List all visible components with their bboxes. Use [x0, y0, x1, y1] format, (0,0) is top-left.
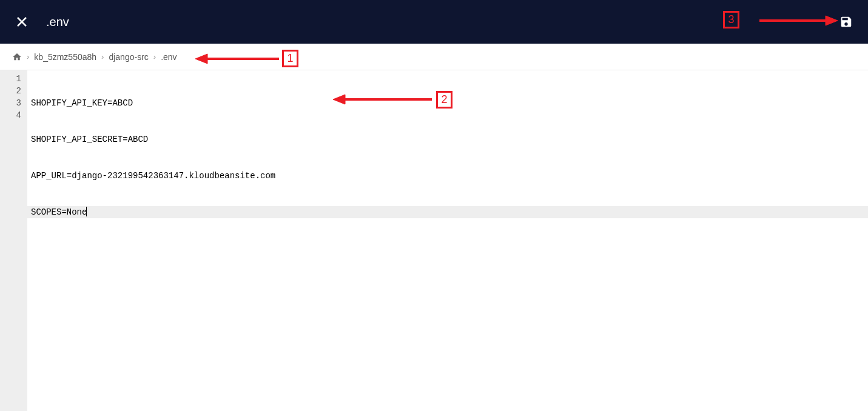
code-editor[interactable]: 1 2 3 4 SHOPIFY_API_KEY=ABCD SHOPIFY_API… — [0, 70, 868, 411]
breadcrumb-item-2[interactable]: .env — [161, 52, 177, 62]
home-icon — [12, 52, 22, 62]
close-button[interactable] — [15, 15, 29, 29]
breadcrumb-item-1[interactable]: django-src — [109, 52, 148, 62]
line-number: 4 — [0, 109, 27, 121]
line-number: 1 — [0, 73, 27, 85]
breadcrumb-separator: › — [153, 52, 156, 61]
close-icon — [16, 16, 28, 28]
code-content[interactable]: SHOPIFY_API_KEY=ABCD SHOPIFY_API_SECRET=… — [27, 70, 868, 411]
save-icon — [839, 15, 853, 28]
code-line[interactable]: APP_URL=django-232199542363147.kloudbean… — [31, 170, 868, 182]
breadcrumb-home[interactable] — [12, 52, 22, 62]
code-line-active[interactable]: SCOPES=None — [27, 206, 868, 218]
line-number-gutter: 1 2 3 4 — [0, 70, 27, 411]
line-number: 3 — [0, 97, 27, 109]
text-cursor — [86, 207, 87, 216]
code-line[interactable]: SHOPIFY_API_SECRET=ABCD — [31, 133, 868, 145]
editor-header: .env — [0, 0, 868, 44]
breadcrumb-separator: › — [101, 52, 104, 61]
breadcrumb: › kb_5zmz550a8h › django-src › .env — [0, 44, 868, 70]
code-text: SCOPES=None — [31, 207, 87, 217]
code-line[interactable]: SHOPIFY_API_KEY=ABCD — [31, 97, 868, 109]
save-button[interactable] — [839, 15, 853, 29]
file-title: .env — [46, 15, 69, 29]
breadcrumb-separator: › — [27, 52, 29, 61]
line-number: 2 — [0, 85, 27, 97]
breadcrumb-item-0[interactable]: kb_5zmz550a8h — [34, 52, 96, 62]
